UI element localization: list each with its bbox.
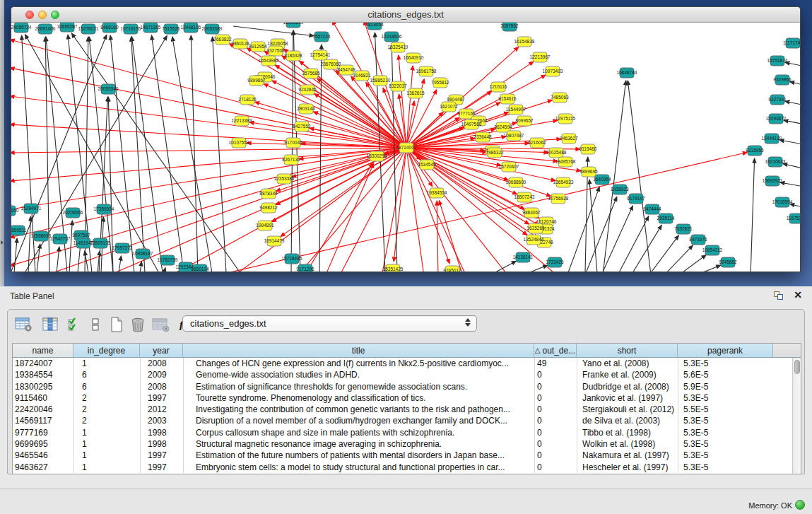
- close-panel-icon[interactable]: ✕: [794, 289, 802, 300]
- cell-short: Hescheler et al. (1997): [577, 462, 678, 473]
- table-row[interactable]: 1938455462009Genome-wide association stu…: [13, 369, 801, 380]
- network-node-label: 10497568: [461, 122, 482, 127]
- citation-edge-black: [110, 35, 134, 271]
- network-node-label: 8267130: [282, 157, 300, 162]
- column-grid-line: [183, 358, 184, 473]
- network-node-label: 10025488: [546, 150, 567, 155]
- table-row[interactable]: 911546021997Tourette syndrome. Phenomeno…: [13, 392, 801, 404]
- column-header-short[interactable]: short: [577, 344, 678, 358]
- table-scrollbar[interactable]: [792, 358, 801, 474]
- cell-out_de: 0: [534, 438, 577, 450]
- table-row[interactable]: 946554611997Estimation of the future num…: [13, 450, 801, 461]
- network-node-label: 2935114: [657, 216, 675, 221]
- panel-collapse-arrow-icon[interactable]: [1, 240, 4, 245]
- network-node-label: 9327508: [266, 48, 285, 53]
- network-node-label: 16914479: [264, 238, 285, 243]
- cell-short: Franke et al. (2009): [577, 369, 678, 380]
- citation-edge-red: [437, 201, 438, 271]
- network-node-label: 1534545: [418, 162, 436, 167]
- citation-edge-black: [693, 265, 721, 271]
- column-header-year[interactable]: year: [140, 344, 183, 358]
- network-canvas[interactable]: 2405572420691406106552871527602184661601…: [11, 23, 800, 271]
- column-header-title[interactable]: title: [183, 344, 534, 358]
- show-column-button[interactable]: [42, 314, 59, 335]
- network-node-label: 10807487: [504, 133, 524, 138]
- table-row[interactable]: 1456911722003Disruption of a novel membe…: [13, 415, 801, 426]
- cell-out_de: 0: [534, 381, 577, 392]
- network-node-label: 6850511: [11, 228, 27, 233]
- network-node-label: 9680124: [191, 267, 209, 271]
- column-header-in_degree[interactable]: in_degree: [73, 344, 140, 358]
- delete-table-button[interactable]: [152, 314, 170, 335]
- cell-in_degree: 2: [73, 392, 140, 404]
- network-node-label: 24055724: [11, 25, 32, 30]
- network-node-label: 11544907: [506, 107, 526, 112]
- network-node-label: 13654923: [553, 180, 574, 185]
- network-node-label: 16210643: [765, 159, 786, 164]
- network-node-label: 8186328: [284, 53, 302, 58]
- network-node-label: 20691406: [35, 26, 56, 31]
- network-node-label: 3575685: [302, 71, 320, 76]
- table-row[interactable]: 1872400712008Changes of HCN gene express…: [13, 358, 801, 369]
- cell-short: Jankovic et al. (1997): [577, 392, 678, 404]
- table-row[interactable]: 2242004622012Investigating the contribut…: [13, 404, 801, 415]
- select-columns-button[interactable]: [67, 314, 81, 335]
- status-bar: Memory: OK: [0, 489, 812, 514]
- cell-pagerank: 5.9E-5: [678, 381, 773, 392]
- cell-short: Tibbo et al. (1998): [577, 427, 678, 438]
- network-node-label: 6179197: [627, 196, 645, 201]
- cell-in_degree: 1: [73, 450, 140, 461]
- network-node-label: 1640954: [593, 177, 611, 182]
- column-header-pagerank[interactable]: pagerank: [678, 344, 773, 358]
- delete-column-button[interactable]: [130, 314, 146, 335]
- column-header-out_de[interactable]: △out_de...: [534, 344, 577, 358]
- cell-title: Estimation of significance thresholds fo…: [183, 381, 534, 392]
- citation-edge-black: [617, 216, 649, 271]
- network-node-label: 20053389: [202, 26, 223, 31]
- citation-edge-black: [140, 262, 141, 271]
- float-window-icon[interactable]: [774, 291, 784, 300]
- network-node-label: 9899695: [579, 169, 598, 174]
- table-row[interactable]: 977716911998Corpus callosum shape and si…: [13, 427, 801, 438]
- cell-pagerank: 5.3E-5: [678, 358, 773, 369]
- network-node-label: 1994891: [256, 223, 274, 228]
- citation-edge-black: [785, 62, 800, 68]
- network-node-label: 18807243: [514, 194, 535, 199]
- node-table: namein_degreeyeartitle△out_de...shortpag…: [12, 343, 801, 474]
- network-node-label: 9245012: [443, 268, 461, 271]
- column-header-filler: [773, 344, 801, 358]
- network-node-label: 15885210: [370, 78, 391, 83]
- network-node-label: 1733426: [546, 259, 564, 264]
- cell-year: 2009: [140, 369, 183, 380]
- network-node-label: 3624594: [494, 124, 512, 129]
- network-node-label: 10973493: [543, 69, 563, 74]
- cell-pagerank: 5.3E-5: [678, 427, 773, 438]
- column-header-name[interactable]: name: [13, 344, 73, 358]
- cell-pagerank: 5.3E-5: [678, 392, 773, 404]
- table-row[interactable]: 1830029562008Estimation of significance …: [13, 381, 801, 392]
- cell-out_de: 0: [534, 462, 577, 473]
- network-node-label: 8466160: [100, 25, 119, 30]
- create-column-button[interactable]: [110, 314, 124, 335]
- column-header-label: name: [32, 346, 53, 356]
- cell-title: Estimation of the future numbers of pati…: [183, 450, 534, 461]
- sort-ascending-icon: △: [535, 346, 541, 354]
- table-panel: Table Panel ✕: [0, 286, 812, 514]
- cell-pagerank: 5.5E-5: [678, 404, 773, 415]
- network-window-titlebar[interactable]: citations_edges.txt: [11, 7, 800, 23]
- citation-edge-black: [784, 120, 800, 126]
- cell-in_degree: 2: [73, 415, 140, 426]
- table-row[interactable]: 969969511998Structural magnetic resonanc…: [13, 438, 801, 450]
- citation-edge-black: [584, 197, 617, 271]
- table-options-button[interactable]: [15, 314, 33, 335]
- network-node-label: 9904487: [447, 97, 465, 102]
- table-panel-header: Table Panel ✕: [0, 286, 812, 306]
- table-selector[interactable]: citations_edges.txt: [182, 315, 477, 332]
- cell-year: 2012: [140, 404, 183, 415]
- row-height-button[interactable]: [91, 314, 100, 335]
- scrollbar-thumb[interactable]: [794, 360, 800, 374]
- table-row[interactable]: 946362711997Embryonic stem cells: a mode…: [13, 462, 801, 473]
- cell-in_degree: 1: [73, 358, 140, 369]
- network-node-label: 16648784: [617, 70, 637, 75]
- column-grid-line: [534, 358, 535, 473]
